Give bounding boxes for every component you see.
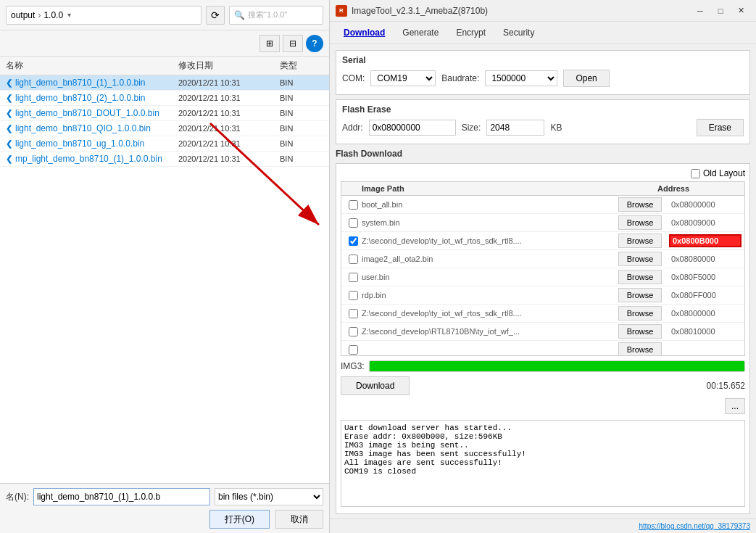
file-type: BIN (280, 124, 323, 133)
close-button[interactable]: ✕ (731, 4, 750, 18)
progress-bar-container (369, 360, 745, 372)
flash-row-checkbox[interactable] (349, 218, 358, 228)
flash-row-checkbox[interactable] (349, 309, 358, 318)
file-name: ❮ light_demo_bn8710_QIO_1.0.0.bin (6, 123, 178, 133)
browse-button[interactable]: Browse (618, 306, 662, 321)
view-toolbar: ⊞ ⊟ ? (0, 30, 329, 57)
address-cell: 0x0800B000 (669, 234, 742, 247)
menu-tab-encrypt[interactable]: Encrypt (448, 25, 494, 41)
check-col (344, 184, 362, 193)
search-icon: 🔍 (234, 10, 245, 20)
image-path-header: Image Path (362, 184, 607, 193)
menu-tab-generate[interactable]: Generate (394, 25, 446, 41)
browse-button[interactable]: Browse (618, 197, 662, 212)
flash-row-checkbox[interactable] (349, 236, 358, 246)
flash-table-header: Image Path Address (341, 182, 744, 196)
old-layout-checkbox[interactable] (691, 169, 700, 178)
address-cell: 0x08000000 (669, 308, 742, 318)
refresh-button[interactable]: ⟳ (206, 6, 225, 25)
download-button[interactable]: Download (341, 376, 410, 395)
vs-icon: ❮ (6, 78, 12, 88)
vs-icon: ❮ (6, 139, 12, 149)
flash-path: boot_all.bin (362, 200, 618, 209)
address-cell: 0x08009000 (669, 218, 742, 228)
browse-button[interactable]: Browse (618, 252, 662, 266)
list-item[interactable]: ❮ light_demo_bn8710_QIO_1.0.0.bin 2020/1… (0, 121, 329, 136)
erase-button[interactable]: Erase (697, 119, 744, 136)
maximize-button[interactable]: □ (711, 4, 730, 18)
browse-button[interactable]: Browse (618, 234, 662, 248)
file-date: 2020/12/21 10:31 (178, 124, 280, 133)
row-checkbox-cell (344, 309, 362, 318)
browse-button[interactable]: Browse (618, 342, 662, 355)
flash-row-checkbox[interactable] (349, 327, 358, 336)
list-item[interactable]: ❮ light_demo_bn8710_ug_1.0.0.bin 2020/12… (0, 136, 329, 152)
file-name: ❮ mp_light_demo_bn8710_(1)_1.0.0.bin (6, 154, 178, 164)
flash-row-checkbox[interactable] (349, 273, 358, 282)
browse-button[interactable]: Browse (618, 288, 662, 302)
row-checkbox-cell (344, 218, 362, 228)
progress-section: IMG3: Download 00:15.652 (341, 360, 745, 395)
flash-path: Z:\second_develop\ty_iot_wf_rtos_sdk_rtl… (362, 309, 618, 318)
cancel-button[interactable]: 取消 (275, 510, 323, 529)
file-date: 2020/12/21 10:31 (178, 78, 280, 87)
flash-path: image2_all_ota2.bin (362, 255, 618, 263)
open-button[interactable]: 打开(O) (209, 510, 270, 529)
baudrate-select[interactable]: 1500000 (485, 70, 557, 86)
com-select[interactable]: COM19 (370, 70, 436, 86)
filetype-select[interactable]: bin files (*.bin) (215, 488, 323, 505)
row-checkbox-cell (344, 200, 362, 210)
flash-row: user.bin Browse 0x080F5000 (341, 268, 744, 286)
ellipsis-button[interactable]: ... (725, 398, 745, 414)
flash-path: rdp.bin (362, 291, 618, 299)
address-cell: 0x08080000 (669, 254, 742, 264)
vs-icon: ❮ (6, 124, 12, 133)
search-area[interactable]: 🔍 搜索"1.0.0" (229, 6, 323, 25)
img3-label: IMG3: (341, 361, 365, 371)
app-icon: R (336, 5, 347, 17)
help-button[interactable]: ? (306, 35, 323, 52)
flash-row-checkbox[interactable] (349, 345, 358, 355)
file-name-text: light_demo_bn8710_DOUT_1.0.0.bin (15, 108, 159, 118)
file-date: 2020/12/21 10:31 (178, 139, 280, 148)
grid-view-button[interactable]: ⊞ (259, 35, 280, 52)
flash-row-checkbox[interactable] (349, 255, 358, 264)
file-name-text: light_demo_bn8710_(2)_1.0.0.bin (15, 93, 145, 103)
menu-tab-security[interactable]: Security (495, 25, 542, 41)
status-link[interactable]: https://blog.csdn.net/qq_38179373 (639, 522, 750, 530)
progress-bar-fill (370, 361, 744, 371)
time-display: 00:15.652 (707, 381, 745, 391)
browse-button[interactable]: Browse (618, 215, 662, 230)
breadcrumb[interactable]: output › 1.0.0 ▾ (6, 6, 202, 25)
list-item[interactable]: ❮ light_demo_bn8710_(1)_1.0.0.bin 2020/1… (0, 75, 329, 91)
addr-input[interactable] (369, 120, 456, 136)
list-item[interactable]: ❮ light_demo_bn8710_(2)_1.0.0.bin 2020/1… (0, 91, 329, 106)
filename-input[interactable] (33, 488, 210, 505)
file-name: ❮ light_demo_bn8710_ug_1.0.0.bin (6, 139, 178, 149)
file-name: ❮ light_demo_bn8710_(1)_1.0.0.bin (6, 78, 178, 88)
row-checkbox-cell (344, 273, 362, 282)
flash-row: rdp.bin Browse 0x080FF000 (341, 286, 744, 305)
flash-row: system.bin Browse 0x08009000 (341, 214, 744, 232)
list-item[interactable]: ❮ mp_light_demo_bn8710_(1)_1.0.0.bin 202… (0, 152, 329, 167)
flash-row-checkbox[interactable] (349, 291, 358, 300)
search-placeholder: 搜索"1.0.0" (248, 9, 287, 20)
file-date: 2020/12/21 10:31 (178, 109, 280, 117)
main-content: Serial COM: COM19 Baudrate: 1500000 Open… (330, 44, 756, 518)
menu-tab-download[interactable]: Download (336, 25, 393, 41)
file-name-text: mp_light_demo_bn8710_(1)_1.0.0.bin (15, 154, 162, 164)
serial-section: Serial COM: COM19 Baudrate: 1500000 Open (336, 50, 750, 95)
list-item[interactable]: ❮ light_demo_bn8710_DOUT_1.0.0.bin 2020/… (0, 106, 329, 121)
browse-button[interactable]: Browse (618, 270, 662, 284)
size-input[interactable] (486, 120, 544, 136)
browse-button[interactable]: Browse (618, 324, 662, 339)
address-cell: 0x08000000 (669, 199, 742, 210)
file-type: BIN (280, 109, 323, 117)
minimize-button[interactable]: ─ (691, 4, 710, 18)
flash-row-checkbox[interactable] (349, 200, 358, 210)
file-type: BIN (280, 154, 323, 163)
details-view-button[interactable]: ⊟ (283, 35, 303, 52)
size-label: Size: (462, 123, 481, 133)
log-textarea[interactable] (341, 420, 745, 507)
open-serial-button[interactable]: Open (563, 70, 609, 87)
